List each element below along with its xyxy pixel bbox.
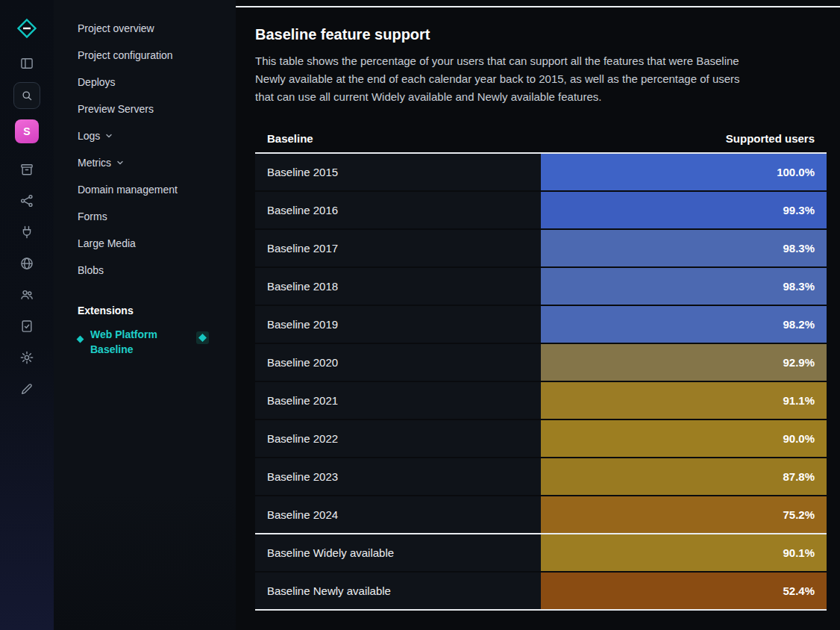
sidebar-toggle-button[interactable] [14,51,40,76]
sidebar-item-label: Metrics [78,157,111,169]
search-button[interactable] [13,82,40,109]
icon-rail: S [0,0,54,630]
extensions-rail-button[interactable] [14,219,40,245]
document-check-icon [19,319,34,334]
sidebar-item-deploys[interactable]: Deploys [78,69,209,96]
row-value: 98.3% [783,280,815,293]
column-header-supported-users: Supported users [726,132,815,145]
row-value: 52.4% [783,584,815,597]
globe-icon [19,256,34,271]
sidebar-item-large-media[interactable]: Large Media [78,230,209,257]
supported-users-bar: 75.2% [541,496,827,533]
row-label: Baseline 2023 [255,470,338,483]
column-header-baseline: Baseline [267,132,313,145]
supported-users-bar: 92.9% [541,344,827,381]
row-value: 98.2% [783,318,815,331]
supported-users-bar: 98.3% [541,268,827,305]
table-row: Baseline 2024 75.2% [255,496,827,534]
row-label: Baseline 2024 [255,508,338,521]
extension-label: Web Platform Baseline [90,327,178,357]
main-content: Baseline feature support This table show… [236,0,840,630]
row-label: Baseline 2020 [255,356,338,369]
panel-toggle-icon [19,56,34,71]
supported-users-bar: 99.3% [541,192,827,228]
table-header-row: Baseline Supported users [255,124,827,154]
supported-users-bar: 98.2% [541,306,827,343]
settings-rail-button[interactable] [14,345,40,370]
sidebar-item-logs[interactable]: Logs [78,122,209,149]
row-value: 87.8% [783,470,815,483]
row-label: Baseline 2019 [255,318,338,331]
table-row: Baseline 2019 98.2% [255,306,827,344]
table-row: Baseline 2022 90.0% [255,420,827,458]
row-value: 99.3% [783,204,815,216]
sidebar-item-domain-management[interactable]: Domain management [78,176,209,203]
table-row: Baseline 2021 91.1% [255,382,827,420]
audit-log-rail-button[interactable] [14,314,40,339]
sidebar-item-label: Project overview [78,22,154,34]
integrations-rail-button[interactable] [14,188,40,213]
row-label: Baseline 2016 [255,204,338,216]
chevron-down-icon [116,159,124,166]
share-nodes-icon [19,193,34,208]
row-label: Baseline 2015 [255,166,338,178]
pen-icon [19,381,34,396]
sidebar-item-label: Project configuration [78,49,173,61]
table-row: Baseline 2015 100.0% [255,154,827,192]
row-label: Baseline 2017 [255,242,338,255]
row-value: 90.0% [783,432,815,445]
sidebar-item-label: Logs [78,130,100,142]
row-value: 90.1% [783,546,815,559]
sidebar-item-label: Preview Servers [78,103,154,115]
deploys-rail-button[interactable] [14,157,40,182]
baseline-extension-badge-icon [196,331,209,347]
edit-rail-button[interactable] [14,376,40,402]
page-description: This table shows the percentage of your … [255,52,742,106]
page-title: Baseline feature support [255,25,827,43]
table-row: Baseline 2018 98.3% [255,268,827,306]
sidebar-item-label: Large Media [78,237,136,249]
supported-users-bar: 100.0% [541,154,827,190]
row-value: 98.3% [783,242,815,255]
sidebar-item-label: Forms [78,210,107,222]
project-sidebar: Project overview Project configuration D… [54,0,236,630]
table-row: Baseline 2017 98.3% [255,230,827,268]
sidebar-item-forms[interactable]: Forms [78,203,209,230]
sidebar-item-preview-servers[interactable]: Preview Servers [78,96,209,122]
baseline-support-table: Baseline Supported users Baseline 2015 1… [255,124,827,611]
netlify-logo[interactable] [12,13,42,43]
team-icon [19,287,34,302]
row-label: Baseline Widely available [255,546,394,559]
table-row: Baseline 2023 87.8% [255,458,827,496]
chevron-down-icon [105,132,113,140]
row-value: 75.2% [783,508,815,521]
diamond-bullet-icon [77,336,84,343]
avatar-letter: S [23,125,30,137]
sidebar-item-project-overview[interactable]: Project overview [78,15,209,42]
table-row: Baseline 2016 99.3% [255,192,827,230]
row-label: Baseline 2021 [255,394,338,407]
row-value: 92.9% [783,356,815,369]
sidebar-item-web-platform-baseline[interactable]: Web Platform Baseline [78,327,209,357]
plug-icon [19,225,34,240]
supported-users-bar: 90.1% [541,534,827,571]
table-row: Baseline Widely available 90.1% [255,534,827,573]
sidebar-item-label: Deploys [78,76,116,88]
sidebar-item-metrics[interactable]: Metrics [78,149,209,176]
search-icon [20,89,34,102]
archive-box-icon [19,162,34,177]
user-avatar[interactable]: S [15,119,39,143]
netlify-logo-icon [16,17,38,40]
extensions-section-heading: Extensions [78,297,209,324]
sidebar-item-label: Domain management [78,184,178,196]
sidebar-item-blobs[interactable]: Blobs [78,257,209,284]
row-value: 100.0% [777,166,815,178]
domains-rail-button[interactable] [14,251,40,276]
supported-users-bar: 90.0% [541,420,827,457]
team-rail-button[interactable] [14,282,40,308]
sidebar-item-label: Blobs [78,264,104,276]
supported-users-bar: 91.1% [541,382,827,419]
row-label: Baseline 2018 [255,280,338,293]
supported-users-bar: 98.3% [541,230,827,266]
sidebar-item-project-configuration[interactable]: Project configuration [78,42,209,69]
